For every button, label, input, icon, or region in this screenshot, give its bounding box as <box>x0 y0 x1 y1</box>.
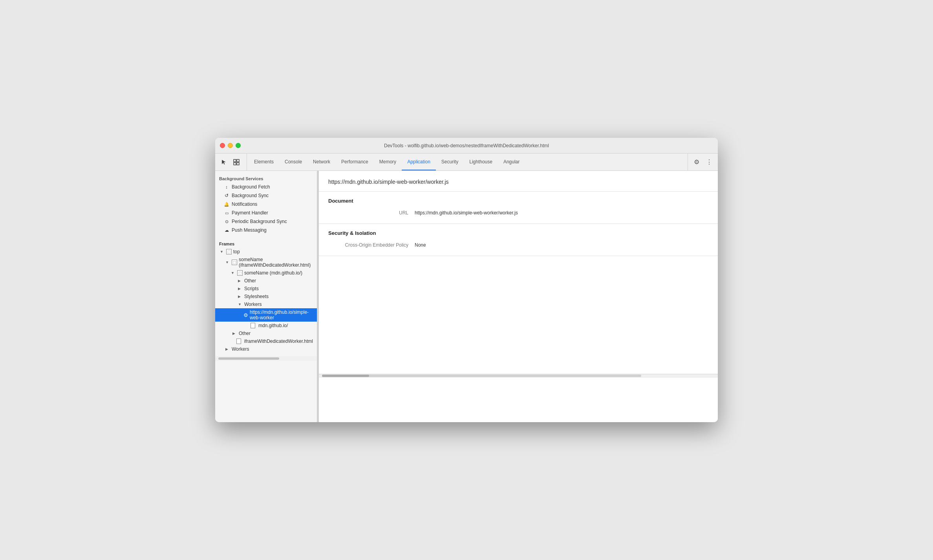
tree-item-label: top <box>233 249 240 254</box>
tree-item-label: Stylesheets <box>244 294 269 299</box>
security-section-title: Security & Isolation <box>328 230 708 236</box>
file-icon <box>251 323 255 328</box>
tree-item-scripts[interactable]: ▶ Scripts <box>215 285 317 293</box>
tree-item-worker-url[interactable]: ⚙ https://mdn.github.io/simple-web-worke… <box>215 308 317 322</box>
main-layout: Background Services ↕ Background Fetch ↺… <box>215 171 718 422</box>
sidebar-item-label: Push Messaging <box>232 227 267 233</box>
tab-console[interactable]: Console <box>279 154 307 170</box>
tab-network[interactable]: Network <box>307 154 336 170</box>
frames-label: Frames <box>219 242 234 246</box>
clock-icon: ⊙ <box>224 219 229 224</box>
traffic-lights <box>220 143 241 148</box>
window-title: DevTools - wolfib.github.io/web-demos/ne… <box>384 143 549 148</box>
sidebar-item-label: Periodic Background Sync <box>232 219 287 224</box>
scrollbar-track <box>322 375 641 377</box>
tab-application[interactable]: Application <box>402 154 436 170</box>
collapse-icon: ▶ <box>238 287 243 291</box>
toolbar-right: ⚙ ⋮ <box>688 154 715 170</box>
toolbar: Elements Console Network Performance Mem… <box>215 154 718 171</box>
frame-icon: ⬚ <box>237 270 243 276</box>
frames-title: Frames <box>215 238 317 248</box>
svg-rect-2 <box>234 163 236 165</box>
content-empty-area <box>319 256 718 374</box>
close-button[interactable] <box>220 143 225 148</box>
tab-performance[interactable]: Performance <box>336 154 374 170</box>
security-section: Security & Isolation Cross-Origin Embedd… <box>319 224 718 256</box>
collapse-icon: ▶ <box>238 295 243 298</box>
svg-rect-3 <box>237 163 239 165</box>
tree-item-somename-iframe[interactable]: ▼ ⬚ someName (iframeWithDedicatedWorker.… <box>215 256 317 269</box>
tree-item-label: https://mdn.github.io/simple-web-worker <box>250 309 313 320</box>
tree-item-label: Scripts <box>244 286 259 291</box>
minimize-button[interactable] <box>228 143 233 148</box>
document-section: Document URL https://mdn.github.io/simpl… <box>319 192 718 224</box>
collapse-icon: ▶ <box>232 331 237 335</box>
sidebar: Background Services ↕ Background Fetch ↺… <box>215 171 317 422</box>
sidebar-item-label: Background Fetch <box>232 184 270 190</box>
collapse-icon: ▼ <box>231 271 236 275</box>
tree-item-workers-top[interactable]: ▶ Workers <box>215 345 317 353</box>
tree-item-other-2[interactable]: ▶ Other <box>215 329 317 337</box>
sidebar-item-background-fetch[interactable]: ↕ Background Fetch <box>215 183 317 191</box>
tree-item-top[interactable]: ▼ ⬚ top <box>215 248 317 256</box>
sidebar-item-label: Background Sync <box>232 193 269 198</box>
tree-item-mdn-file[interactable]: mdn.github.io/ <box>215 322 317 329</box>
sidebar-item-push-messaging[interactable]: ☁ Push Messaging <box>215 226 317 234</box>
collapse-icon: ▼ <box>225 260 230 264</box>
url-label: URL <box>328 210 415 216</box>
sidebar-item-payment-handler[interactable]: ▭ Payment Handler <box>215 209 317 217</box>
content-panel: https://mdn.github.io/simple-web-worker/… <box>319 171 718 422</box>
content-bottom-scrollbar[interactable] <box>319 374 718 378</box>
background-services-title: Background Services <box>215 174 317 183</box>
tab-memory[interactable]: Memory <box>374 154 402 170</box>
svg-rect-1 <box>237 159 239 162</box>
coep-value: None <box>415 242 426 248</box>
sidebar-item-background-sync[interactable]: ↺ Background Sync <box>215 191 317 200</box>
content-url: https://mdn.github.io/simple-web-worker/… <box>319 171 718 192</box>
sidebar-item-periodic-background-sync[interactable]: ⊙ Periodic Background Sync <box>215 217 317 226</box>
tree-item-label: someName (iframeWithDedicatedWorker.html… <box>239 257 313 268</box>
coep-row: Cross-Origin Embedder Policy None <box>328 241 708 249</box>
sidebar-item-notifications[interactable]: 🔔 Notifications <box>215 200 317 209</box>
settings-icon[interactable]: ⚙ <box>691 157 702 168</box>
sidebar-scrollbar[interactable] <box>215 356 317 361</box>
tab-elements[interactable]: Elements <box>249 154 279 170</box>
collapse-icon: ▼ <box>220 250 225 254</box>
frame-icon: ⬚ <box>232 260 237 265</box>
tree-item-label: Other <box>239 331 251 336</box>
collapse-icon: ▶ <box>225 347 230 351</box>
tree-item-label: iframeWithDedicatedWorker.html <box>244 339 313 344</box>
coep-label: Cross-Origin Embedder Policy <box>328 242 415 248</box>
collapse-icon: ▶ <box>238 279 243 283</box>
tree-item-label: Workers <box>244 302 262 307</box>
gear-icon: ⚙ <box>243 312 248 318</box>
tree-item-workers[interactable]: ▼ Workers <box>215 300 317 308</box>
frame-icon: ⬚ <box>226 249 232 254</box>
more-icon[interactable]: ⋮ <box>704 157 715 168</box>
tree-item-somename-mdn[interactable]: ▼ ⬚ someName (mdn.github.io/) <box>215 269 317 277</box>
toolbar-icons <box>218 154 247 170</box>
url-row: URL https://mdn.github.io/simple-web-wor… <box>328 209 708 217</box>
cursor-icon[interactable] <box>218 157 229 168</box>
devtools-window: DevTools - wolfib.github.io/web-demos/ne… <box>215 138 718 422</box>
tree-item-label: someName (mdn.github.io/) <box>244 270 302 276</box>
title-bar: DevTools - wolfib.github.io/web-demos/ne… <box>215 138 718 154</box>
background-fetch-icon: ↕ <box>224 185 229 189</box>
bell-icon: 🔔 <box>224 202 229 207</box>
scrollbar-thumb <box>322 375 369 377</box>
document-section-title: Document <box>328 198 708 204</box>
tree-item-stylesheets[interactable]: ▶ Stylesheets <box>215 293 317 300</box>
maximize-button[interactable] <box>236 143 241 148</box>
tab-lighthouse[interactable]: Lighthouse <box>464 154 498 170</box>
collapse-icon: ▼ <box>238 302 243 306</box>
url-value: https://mdn.github.io/simple-web-worker/… <box>415 210 518 216</box>
svg-rect-0 <box>234 159 236 162</box>
tree-item-iframe-file[interactable]: iframeWithDedicatedWorker.html <box>215 337 317 345</box>
tab-angular[interactable]: Angular <box>498 154 525 170</box>
background-sync-icon: ↺ <box>224 193 229 198</box>
tab-security[interactable]: Security <box>436 154 464 170</box>
sidebar-item-label: Notifications <box>232 201 257 207</box>
tree-item-other-1[interactable]: ▶ Other <box>215 277 317 285</box>
inspect-icon[interactable] <box>231 157 242 168</box>
tree-item-label: Workers <box>232 346 249 352</box>
